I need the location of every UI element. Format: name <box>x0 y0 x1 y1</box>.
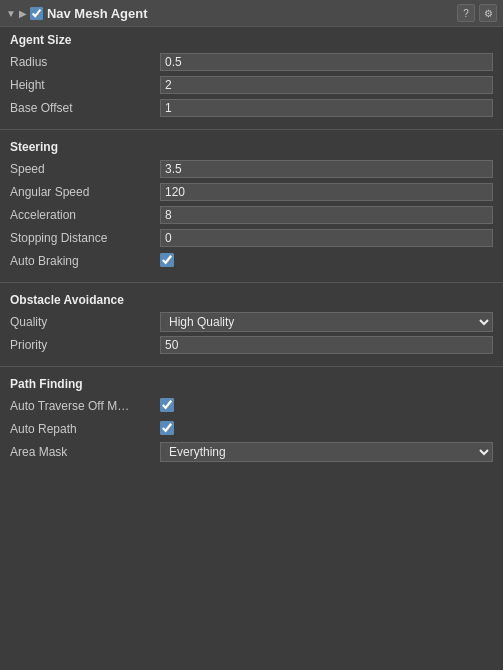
angular-speed-label: Angular Speed <box>10 185 160 199</box>
field-row-auto-traverse: Auto Traverse Off M… <box>10 396 493 416</box>
quality-value: High Quality Medium Quality Low Quality … <box>160 312 493 332</box>
speed-input[interactable] <box>160 160 493 178</box>
field-row-base-offset: Base Offset <box>10 98 493 118</box>
quality-select[interactable]: High Quality Medium Quality Low Quality … <box>160 312 493 332</box>
obstacle-avoidance-title: Obstacle Avoidance <box>10 293 493 307</box>
height-input[interactable] <box>160 76 493 94</box>
radius-input[interactable] <box>160 53 493 71</box>
agent-size-section: Agent Size Radius Height Base Offset <box>0 27 503 125</box>
field-row-auto-repath: Auto Repath <box>10 419 493 439</box>
auto-braking-value <box>160 253 493 270</box>
steering-title: Steering <box>10 140 493 154</box>
stopping-distance-input[interactable] <box>160 229 493 247</box>
area-mask-label: Area Mask <box>10 445 160 459</box>
height-label: Height <box>10 78 160 92</box>
base-offset-value <box>160 99 493 117</box>
field-row-stopping-distance: Stopping Distance <box>10 228 493 248</box>
radius-label: Radius <box>10 55 160 69</box>
area-mask-value: Everything Nothing Walkable Not Walkable… <box>160 442 493 462</box>
auto-traverse-checkbox[interactable] <box>160 398 174 412</box>
field-row-radius: Radius <box>10 52 493 72</box>
base-offset-label: Base Offset <box>10 101 160 115</box>
agent-size-title: Agent Size <box>10 33 493 47</box>
stopping-distance-label: Stopping Distance <box>10 231 160 245</box>
angular-speed-value <box>160 183 493 201</box>
field-row-height: Height <box>10 75 493 95</box>
help-button[interactable]: ? <box>457 4 475 22</box>
divider-1 <box>0 129 503 130</box>
header-icons: ▼ ▶ <box>6 7 43 20</box>
header-right-buttons: ? ⚙ <box>457 4 497 22</box>
field-row-priority: Priority <box>10 335 493 355</box>
quality-label: Quality <box>10 315 160 329</box>
field-row-speed: Speed <box>10 159 493 179</box>
settings-button[interactable]: ⚙ <box>479 4 497 22</box>
path-finding-title: Path Finding <box>10 377 493 391</box>
steering-section: Steering Speed Angular Speed Acceleratio… <box>0 134 503 278</box>
auto-repath-label: Auto Repath <box>10 422 160 436</box>
base-offset-input[interactable] <box>160 99 493 117</box>
auto-repath-checkbox[interactable] <box>160 421 174 435</box>
speed-label: Speed <box>10 162 160 176</box>
speed-value <box>160 160 493 178</box>
component-enabled-checkbox[interactable] <box>30 7 43 20</box>
angular-speed-input[interactable] <box>160 183 493 201</box>
nav-mesh-agent-panel: ▼ ▶ Nav Mesh Agent ? ⚙ Agent Size Radius… <box>0 0 503 469</box>
field-row-angular-speed: Angular Speed <box>10 182 493 202</box>
divider-3 <box>0 366 503 367</box>
priority-input[interactable] <box>160 336 493 354</box>
radius-value <box>160 53 493 71</box>
auto-traverse-label: Auto Traverse Off M… <box>10 399 160 413</box>
priority-value <box>160 336 493 354</box>
height-value <box>160 76 493 94</box>
expand-arrow-icon[interactable]: ▼ <box>6 8 16 19</box>
field-row-quality: Quality High Quality Medium Quality Low … <box>10 312 493 332</box>
priority-label: Priority <box>10 338 160 352</box>
component-title: Nav Mesh Agent <box>47 6 453 21</box>
auto-traverse-value <box>160 398 493 415</box>
obstacle-avoidance-section: Obstacle Avoidance Quality High Quality … <box>0 287 503 362</box>
field-row-acceleration: Acceleration <box>10 205 493 225</box>
auto-repath-value <box>160 421 493 438</box>
acceleration-value <box>160 206 493 224</box>
field-row-auto-braking: Auto Braking <box>10 251 493 271</box>
move-icon: ▶ <box>19 8 27 19</box>
auto-braking-checkbox[interactable] <box>160 253 174 267</box>
acceleration-input[interactable] <box>160 206 493 224</box>
component-header: ▼ ▶ Nav Mesh Agent ? ⚙ <box>0 0 503 27</box>
path-finding-section: Path Finding Auto Traverse Off M… Auto R… <box>0 371 503 469</box>
divider-2 <box>0 282 503 283</box>
field-row-area-mask: Area Mask Everything Nothing Walkable No… <box>10 442 493 462</box>
area-mask-select[interactable]: Everything Nothing Walkable Not Walkable… <box>160 442 493 462</box>
acceleration-label: Acceleration <box>10 208 160 222</box>
stopping-distance-value <box>160 229 493 247</box>
auto-braking-label: Auto Braking <box>10 254 160 268</box>
